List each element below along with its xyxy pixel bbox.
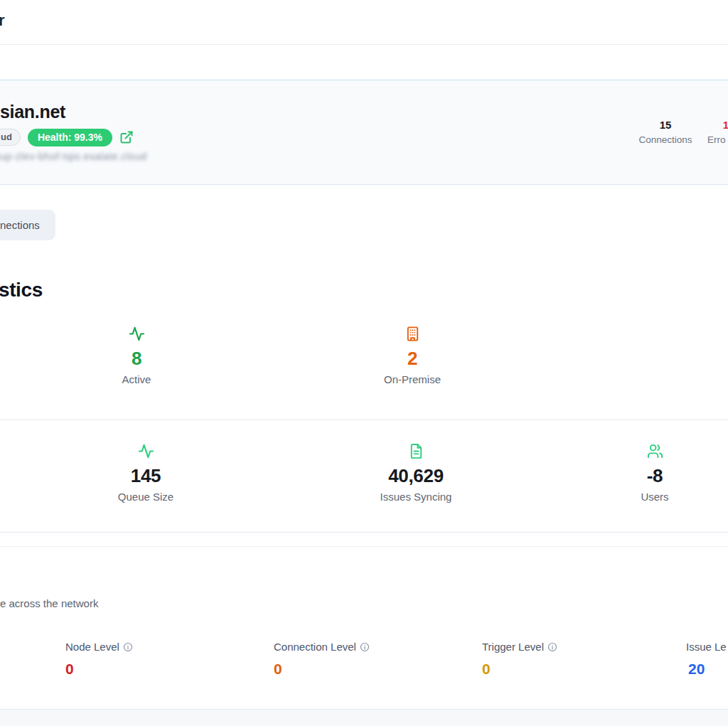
stat-value: 145	[89, 465, 203, 486]
stat-label: Users	[598, 491, 712, 503]
info-icon[interactable]	[123, 642, 133, 652]
connections-metric: 15 Connections	[636, 119, 695, 146]
page-title: r	[0, 11, 5, 30]
statistics-heading: stics	[0, 279, 43, 301]
stat-active: 8 Active	[80, 326, 193, 386]
instance-header-card: sian.net ud Health: 99.3% hup-zlev-bhof-…	[0, 80, 728, 185]
connections-count: 15	[636, 119, 695, 132]
stat-label: Active	[80, 373, 193, 386]
stat-value: 40,629	[345, 465, 487, 486]
errors-label: Erro	[707, 134, 728, 146]
badge-row: ud Health: 99.3%	[0, 128, 134, 146]
stat-issues-syncing: 40,629 Issues Syncing	[345, 443, 487, 503]
error-level-value: 0	[274, 661, 370, 678]
stat-label: On-Premise	[355, 373, 469, 386]
error-level-label: Connection Level	[274, 640, 356, 654]
info-icon[interactable]	[547, 642, 557, 652]
instance-type-badge: ud	[0, 129, 21, 146]
file-text-icon	[345, 443, 487, 459]
stat-value: 8	[80, 348, 193, 369]
footer-strip	[0, 709, 728, 726]
errors-description: e across the network	[0, 597, 98, 609]
errors-count: 1	[707, 119, 728, 132]
top-divider	[0, 44, 728, 45]
error-level-value: 20	[688, 661, 728, 678]
stat-label: Queue Size	[89, 491, 203, 503]
stat-label: Issues Syncing	[345, 491, 487, 503]
error-level-label: Issue Le	[686, 640, 727, 654]
statistics-bottom-divider	[0, 532, 728, 533]
dashboard-page: r sian.net ud Health: 99.3% hup-zlev-bho…	[0, 0, 728, 726]
activity-icon	[80, 326, 193, 342]
stat-queue-size: 145 Queue Size	[89, 443, 203, 503]
error-level-trigger: Trigger Level 0	[482, 640, 557, 678]
error-level-value: 0	[482, 661, 557, 678]
health-badge: Health: 99.3%	[28, 129, 112, 146]
error-level-label: Node Level	[65, 640, 119, 654]
stats-row-divider	[0, 420, 728, 420]
error-level-node: Node Level 0	[65, 640, 133, 678]
users-icon	[598, 443, 712, 459]
instance-url: hup-zlev-bhof-tqio.exalate.cloud	[0, 151, 146, 162]
tab-connections[interactable]: nections	[0, 210, 55, 240]
errors-metric: 1 Erro	[707, 119, 728, 146]
stat-value: -8	[598, 465, 712, 486]
stat-users: -8 Users	[598, 443, 712, 503]
errors-section-top-divider	[0, 546, 728, 547]
external-link-icon[interactable]	[119, 130, 134, 144]
error-level-value: 0	[65, 661, 133, 678]
error-level-label: Trigger Level	[482, 640, 544, 654]
error-level-connection: Connection Level 0	[274, 640, 370, 678]
stat-value: 2	[355, 348, 469, 369]
activity-icon	[89, 443, 203, 459]
info-icon[interactable]	[360, 642, 370, 652]
building-icon	[355, 326, 469, 342]
connections-label: Connections	[636, 134, 695, 146]
stat-on-premise: 2 On-Premise	[355, 326, 469, 386]
error-level-issue: Issue Le 20	[686, 640, 728, 678]
instance-name: sian.net	[0, 102, 65, 122]
